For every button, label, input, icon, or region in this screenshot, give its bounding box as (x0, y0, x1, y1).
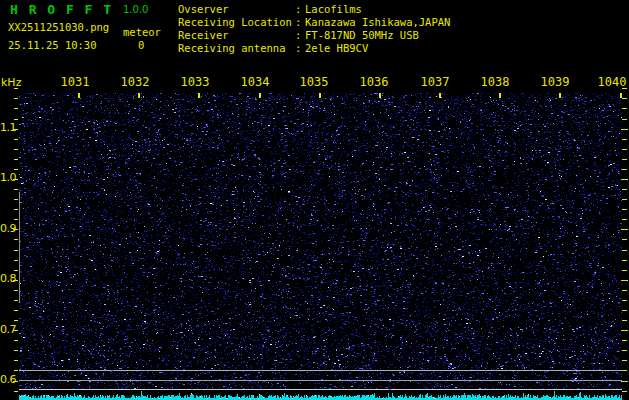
freq-tick-label: 1.1 (0, 122, 14, 134)
axis-tick (14, 340, 18, 341)
axis-tick (621, 179, 628, 180)
axis-tick (259, 93, 261, 98)
axis-tick (622, 290, 627, 291)
axis-tick (14, 199, 18, 200)
station-separator: : (295, 16, 305, 29)
axis-tick (14, 260, 18, 261)
station-row-antenna: Receiving antenna:2ele HB9CV (178, 42, 628, 55)
time-tick-label: 1031 (58, 76, 92, 89)
axis-tick (622, 189, 627, 190)
axis-tick (14, 209, 18, 210)
axis-tick (499, 93, 501, 98)
axis-tick (319, 93, 321, 98)
axis-tick (379, 93, 381, 98)
time-tick-label: 1034 (238, 76, 272, 89)
station-value: Kanazawa Ishikawa,JAPAN (305, 16, 450, 29)
axis-tick (14, 250, 18, 251)
time-tick-label: 1033 (178, 76, 212, 89)
axis-tick (622, 169, 627, 170)
time-tick-label: 1039 (538, 76, 572, 89)
freq-tick-label: 0.7 (0, 324, 14, 336)
axis-tick (622, 108, 627, 109)
time-tick-label: 1032 (118, 76, 152, 89)
time-tick-label: 1037 (418, 76, 452, 89)
axis-tick (622, 260, 627, 261)
station-label: Ovserver (178, 3, 295, 16)
axis-tick (14, 270, 18, 271)
axis-tick (621, 280, 628, 281)
axis-tick (622, 370, 627, 371)
axis-tick (14, 169, 18, 170)
axis-tick (622, 250, 627, 251)
axis-tick (622, 149, 627, 150)
axis-tick (621, 330, 628, 331)
axis-tick (14, 219, 18, 220)
meteor-count: 0 (138, 39, 144, 51)
axis-tick (198, 93, 200, 98)
station-label: Receiving antenna (178, 42, 295, 55)
axis-tick (14, 108, 18, 109)
station-separator: : (295, 3, 305, 16)
axis-tick (14, 391, 18, 392)
station-row-receiver: Receiver:FT-817ND 50MHz USB (178, 29, 628, 42)
time-tick-label: 1035 (297, 76, 331, 89)
axis-tick (622, 360, 627, 361)
output-filename: XX2511251030.png (8, 21, 109, 33)
station-separator: : (295, 29, 305, 42)
axis-tick (622, 350, 627, 351)
station-value: 2ele HB9CV (305, 42, 368, 55)
axis-tick (622, 320, 627, 321)
axis-tick (13, 330, 18, 331)
axis-tick (13, 229, 18, 230)
freq-tick-label: 0.8 (0, 273, 14, 285)
freq-axis-unit: kHz (1, 76, 21, 89)
axis-tick (622, 391, 627, 392)
axis-tick (621, 229, 628, 230)
axis-tick (14, 88, 18, 89)
axis-tick (622, 219, 627, 220)
axis-tick (622, 300, 627, 301)
mode-label: meteor (123, 26, 161, 38)
freq-tick-label: 0.9 (0, 223, 14, 235)
station-separator: : (295, 42, 305, 55)
axis-tick (622, 340, 627, 341)
axis-tick (622, 310, 627, 311)
axis-tick (14, 98, 18, 99)
axis-tick (14, 149, 18, 150)
axis-tick (622, 159, 627, 160)
spectrogram-canvas (19, 93, 622, 400)
station-info-block: Ovserver:Lacofilms Receiving Location:Ka… (178, 3, 628, 55)
axis-tick (14, 290, 18, 291)
axis-tick (439, 93, 441, 98)
axis-tick (621, 129, 628, 130)
axis-tick (622, 270, 627, 271)
axis-tick (138, 93, 140, 98)
axis-tick (14, 370, 18, 371)
time-tick-label: 1038 (478, 76, 512, 89)
axis-tick (13, 179, 18, 180)
axis-tick (14, 310, 18, 311)
axis-tick (13, 381, 18, 382)
axis-tick (13, 129, 18, 130)
station-value: Lacofilms (305, 3, 362, 16)
freq-tick-label: 1.0 (0, 172, 14, 184)
axis-tick (14, 139, 18, 140)
station-row-location: Receiving Location:Kanazawa Ishikawa,JAP… (178, 16, 628, 29)
freq-tick-label: 0.6 (0, 374, 14, 386)
time-tick-label: 1036 (357, 76, 391, 89)
axis-tick (622, 139, 627, 140)
axis-tick (14, 300, 18, 301)
axis-tick (78, 93, 80, 98)
datetime-label: 25.11.25 10:30 (8, 39, 97, 51)
axis-tick (621, 381, 628, 382)
axis-tick (622, 88, 627, 89)
axis-tick (14, 119, 18, 120)
axis-tick (13, 280, 18, 281)
axis-tick (14, 189, 18, 190)
axis-tick (622, 209, 627, 210)
axis-tick (620, 93, 622, 98)
axis-tick (14, 360, 18, 361)
axis-tick (622, 199, 627, 200)
axis-tick (14, 239, 18, 240)
station-label: Receiver (178, 29, 295, 42)
